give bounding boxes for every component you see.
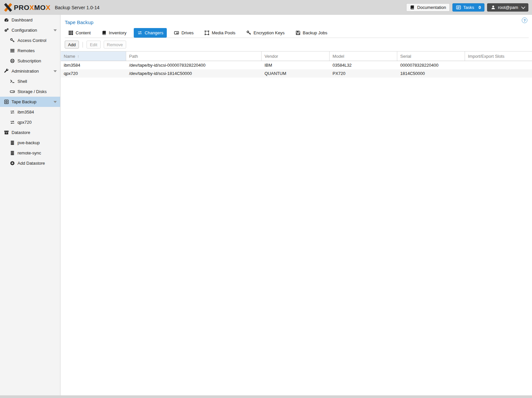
sidebar-item-label: ibm3584 xyxy=(18,110,34,115)
sidebar-item-label: Configuration xyxy=(12,28,37,33)
sidebar-item-label: Shell xyxy=(18,79,27,84)
cell-serial: 1814C50000 xyxy=(397,69,465,78)
tab-inventory[interactable]: Inventory xyxy=(98,28,130,38)
add-button[interactable]: Add xyxy=(65,41,79,49)
table-row-qpx720[interactable]: qpx720/dev/tape/by-id/scsi-1814C50000QUA… xyxy=(61,69,532,78)
sidebar-item-ibm3584[interactable]: ibm3584 xyxy=(0,107,60,117)
tab-encryption-keys[interactable]: Encryption Keys xyxy=(243,28,288,38)
tab-label: Media Pools xyxy=(212,30,235,35)
column-header-serial[interactable]: Serial xyxy=(397,51,465,61)
tab-label: Drives xyxy=(181,30,194,35)
page-title: Tape Backup xyxy=(65,19,93,25)
sidebar-item-qpx720[interactable]: qpx720 xyxy=(0,117,60,127)
cell-vendor: IBM xyxy=(262,61,330,69)
sidebar-item-access-control[interactable]: Access Control xyxy=(0,35,60,46)
floppy-icon xyxy=(296,30,301,35)
sidebar-item-label: remote-sync xyxy=(18,150,41,155)
tab-media-pools[interactable]: Media Pools xyxy=(201,28,239,38)
life-ring-icon xyxy=(10,58,15,63)
cell-vendor: QUANTUM xyxy=(262,69,330,78)
tab-changers[interactable]: Changers xyxy=(134,28,167,38)
gears-icon xyxy=(4,28,9,33)
cell-name: ibm3584 xyxy=(61,61,126,69)
sidebar-item-remotes[interactable]: Remotes xyxy=(0,46,60,56)
exchange-icon xyxy=(10,110,15,115)
tape-drive-icon xyxy=(4,99,9,104)
sidebar-item-label: pve-backup xyxy=(18,140,40,145)
tasks-button[interactable]: Tasks 0 xyxy=(452,3,484,12)
database-icon xyxy=(10,140,15,145)
sidebar-item-label: qpx720 xyxy=(18,120,32,125)
book-icon xyxy=(410,5,415,10)
wrench-icon xyxy=(4,69,9,74)
th-icon xyxy=(68,30,73,35)
tape-cartridge-icon xyxy=(174,30,179,35)
column-header-label: Path xyxy=(129,54,138,59)
sidebar-item-remote-sync[interactable]: remote-sync xyxy=(0,148,60,158)
table-row-ibm3584[interactable]: ibm3584/dev/tape/by-id/scsi-000007832822… xyxy=(61,61,532,69)
top-bar: PROXMOX Backup Server 1.0-14 Documentati… xyxy=(0,0,532,15)
sidebar-item-subscription[interactable]: Subscription xyxy=(0,56,60,66)
list-icon xyxy=(10,48,15,53)
proxmox-x-icon xyxy=(3,3,13,12)
cell-model: PX720 xyxy=(330,69,397,78)
column-header-vendor[interactable]: Vendor xyxy=(262,51,330,61)
sidebar-item-tape-backup[interactable]: Tape Backup xyxy=(0,97,60,107)
sort-ascending-icon: ↑ xyxy=(77,54,80,59)
sidebar-item-label: Access Control xyxy=(18,38,46,43)
documentation-button[interactable]: Documentation xyxy=(406,3,449,12)
exchange-icon xyxy=(137,30,142,35)
sidebar-item-datastore[interactable]: Datastore xyxy=(0,127,60,138)
tab-label: Inventory xyxy=(109,30,126,35)
archive-icon xyxy=(4,130,9,135)
chevron-down-icon xyxy=(521,5,525,9)
documentation-label: Documentation xyxy=(417,5,446,10)
cell-path: /dev/tape/by-id/scsi-1814C50000 xyxy=(126,69,262,78)
edit-button[interactable]: Edit xyxy=(87,41,100,49)
column-header-label: Model xyxy=(333,54,344,59)
column-header-label: Name xyxy=(64,54,75,59)
exchange-icon xyxy=(10,120,15,125)
sidebar-item-add-datastore[interactable]: Add Datastore xyxy=(0,158,60,168)
cell-slots xyxy=(465,69,532,78)
key-icon xyxy=(246,30,251,35)
plus-circle-icon xyxy=(10,161,15,166)
table-body: ibm3584/dev/tape/by-id/scsi-000007832822… xyxy=(61,61,532,78)
dashboard-icon xyxy=(4,17,9,22)
sidebar-item-label: Tape Backup xyxy=(12,99,36,104)
user-label: root@pam xyxy=(498,5,518,10)
column-header-path[interactable]: Path xyxy=(126,51,262,61)
remove-button[interactable]: Remove xyxy=(104,41,126,49)
sidebar-item-label: Add Datastore xyxy=(18,161,45,166)
sidebar-item-administration[interactable]: Administration xyxy=(0,66,60,76)
key-icon xyxy=(10,38,15,43)
sidebar-item-pve-backup[interactable]: pve-backup xyxy=(0,138,60,148)
main-content: Tape Backup ? ContentInventoryChangersDr… xyxy=(61,15,532,395)
book-icon xyxy=(102,30,107,35)
tab-label: Encryption Keys xyxy=(254,30,285,35)
tab-drives[interactable]: Drives xyxy=(170,28,197,38)
column-header-name[interactable]: Name↑ xyxy=(61,51,126,61)
sidebar-item-configuration[interactable]: Configuration xyxy=(0,25,60,35)
help-icon[interactable]: ? xyxy=(522,17,527,23)
sidebar-item-label: Remotes xyxy=(18,48,35,53)
tab-backup-jobs[interactable]: Backup Jobs xyxy=(292,28,331,38)
column-header-import-export-slots[interactable]: Import/Export Slots xyxy=(465,51,532,61)
window-bottom-edge xyxy=(0,395,532,398)
column-header-model[interactable]: Model xyxy=(330,51,397,61)
tasks-count-badge: 0 xyxy=(479,5,481,10)
user-menu-button[interactable]: root@pam xyxy=(487,3,528,12)
tab-label: Backup Jobs xyxy=(303,30,327,35)
column-header-label: Import/Export Slots xyxy=(468,54,505,59)
caret-down-icon xyxy=(53,70,57,72)
tab-content[interactable]: Content xyxy=(65,28,94,38)
cell-model: 03584L32 xyxy=(330,61,397,69)
sidebar-item-storage-disks[interactable]: Storage / Disks xyxy=(0,86,60,97)
sidebar-item-dashboard[interactable]: Dashboard xyxy=(0,15,60,25)
sidebar-item-shell[interactable]: Shell xyxy=(0,76,60,86)
content-header: Tape Backup ? xyxy=(61,15,532,28)
sidebar-nav: DashboardConfigurationAccess ControlRemo… xyxy=(0,15,60,395)
logo-wordmark: PROXMOX xyxy=(14,4,51,12)
object-group-icon xyxy=(204,30,209,35)
table-header-row: Name↑PathVendorModelSerialImport/Export … xyxy=(61,51,532,61)
